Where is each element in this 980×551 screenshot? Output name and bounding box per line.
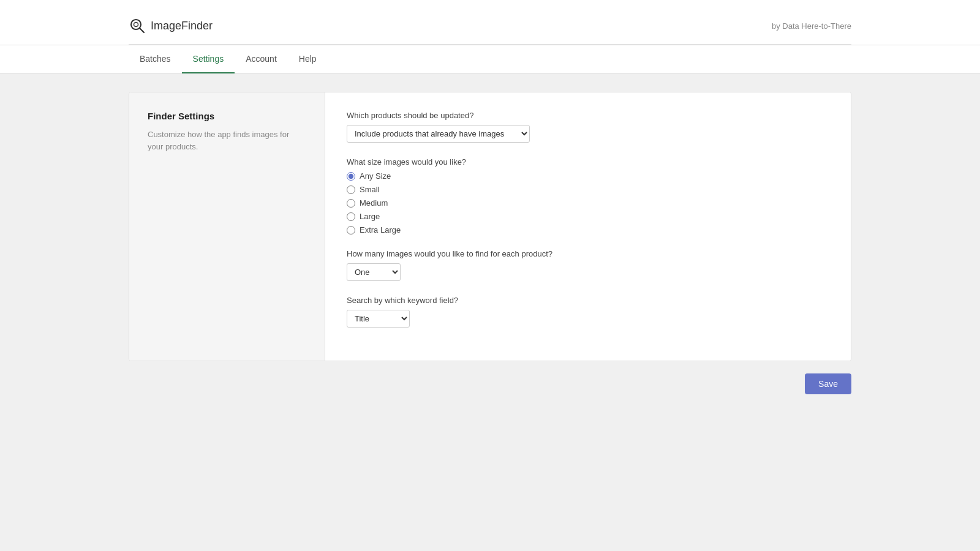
size-option-medium[interactable]: Medium [347, 198, 829, 208]
size-radio-large[interactable] [347, 212, 355, 221]
products-label: Which products should be updated? [347, 111, 829, 120]
size-option-extra-large[interactable]: Extra Large [347, 225, 829, 234]
size-radio-medium[interactable] [347, 199, 355, 208]
app-wrapper: ImageFinder by Data Here-to-There Batche… [0, 0, 980, 551]
size-label: What size images would you like? [347, 157, 829, 167]
keyword-label: Search by which keyword field? [347, 296, 829, 305]
left-panel: Finder Settings Customize how the app fi… [129, 92, 325, 361]
products-select[interactable]: Include products that already have image… [347, 125, 530, 143]
byline: by Data Here-to-There [772, 21, 851, 31]
svg-line-2 [140, 28, 144, 32]
size-option-large[interactable]: Large [347, 212, 829, 221]
size-radio-extra-large[interactable] [347, 226, 355, 234]
count-label: How many images would you like to find f… [347, 249, 829, 258]
nav-item-batches[interactable]: Batches [129, 45, 182, 73]
section-title: Finder Settings [148, 111, 306, 121]
svg-point-1 [134, 23, 138, 27]
nav-item-account[interactable]: Account [235, 45, 288, 73]
size-label-medium: Medium [360, 198, 388, 208]
header: ImageFinder by Data Here-to-There [0, 0, 980, 44]
size-radio-any[interactable] [347, 172, 355, 181]
size-radio-small[interactable] [347, 186, 355, 194]
count-section: How many images would you like to find f… [347, 249, 829, 281]
size-section: What size images would you like? Any Siz… [347, 157, 829, 234]
size-label-small: Small [360, 185, 380, 194]
main-content: Finder Settings Customize how the app fi… [0, 73, 980, 551]
nav-bar: Batches Settings Account Help [0, 45, 980, 73]
section-desc: Customize how the app finds images for y… [148, 129, 306, 152]
size-label-extra-large: Extra Large [360, 225, 401, 234]
logo-area: ImageFinder [129, 17, 213, 34]
app-title: ImageFinder [151, 20, 213, 32]
logo-icon [129, 17, 146, 34]
save-button[interactable]: Save [805, 373, 851, 394]
keyword-section: Search by which keyword field? Title SKU… [347, 296, 829, 328]
count-select[interactable]: One Two Three Four Five [347, 263, 401, 281]
size-option-any[interactable]: Any Size [347, 171, 829, 181]
size-option-small[interactable]: Small [347, 185, 829, 194]
size-label-any: Any Size [360, 171, 391, 181]
nav-item-settings[interactable]: Settings [182, 45, 235, 73]
products-section: Which products should be updated? Includ… [347, 111, 829, 143]
size-radio-group: Any Size Small Medium Large [347, 171, 829, 234]
content-grid: Finder Settings Customize how the app fi… [129, 92, 851, 361]
right-panel: Which products should be updated? Includ… [325, 92, 851, 361]
keyword-select[interactable]: Title SKU Barcode [347, 310, 410, 328]
nav-item-help[interactable]: Help [288, 45, 328, 73]
size-label-large: Large [360, 212, 380, 221]
